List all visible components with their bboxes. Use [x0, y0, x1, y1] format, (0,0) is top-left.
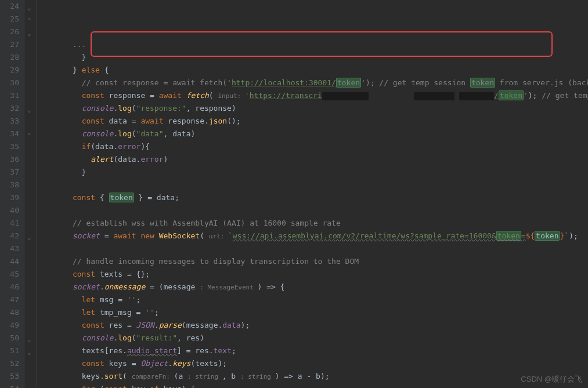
code-line[interactable]: let msg = '';: [45, 293, 588, 306]
line-number: 47: [0, 293, 19, 306]
fold-toggle-icon[interactable]: ⌄: [27, 2, 31, 14]
code-line[interactable]: // handle incoming messages to display t…: [45, 255, 588, 268]
search-highlight: token: [336, 78, 361, 88]
line-number: 54: [0, 383, 19, 388]
search-highlight: token: [535, 231, 560, 241]
code-line[interactable]: if(data.error){: [45, 140, 588, 153]
fold-toggle-icon[interactable]: ⌄: [27, 333, 31, 346]
code-line[interactable]: } else {: [45, 64, 588, 77]
code-line[interactable]: const response = await fetch( input: 'ht…: [45, 89, 588, 102]
code-line[interactable]: socket = await new WebSocket( url: `wss:…: [45, 230, 588, 242]
line-number: 46: [0, 281, 19, 293]
line-number: 34: [0, 128, 19, 140]
code-line[interactable]: // establish wss with AssemblyAI (AAI) a…: [45, 217, 588, 230]
code-line[interactable]: ...: [45, 38, 588, 51]
line-number: 44: [0, 255, 19, 268]
line-number: 33: [0, 115, 19, 128]
line-number: 31: [0, 89, 19, 102]
code-line[interactable]: const data = await response.json();: [45, 115, 588, 128]
line-number: 30: [0, 77, 19, 89]
line-number: 42: [0, 230, 19, 242]
fold-toggle-icon[interactable]: ⌃: [27, 129, 31, 142]
fold-toggle-icon[interactable]: ⌃: [27, 14, 31, 27]
line-number: 52: [0, 357, 19, 370]
code-line[interactable]: [45, 242, 588, 255]
search-highlight: token: [109, 193, 134, 202]
fold-toggle-icon[interactable]: ⌄: [27, 27, 31, 40]
code-line[interactable]: console.log("data", data): [45, 128, 588, 140]
line-number: 41: [0, 217, 19, 230]
code-line[interactable]: [45, 179, 588, 191]
line-number: 36: [0, 153, 19, 166]
fold-toggle-icon[interactable]: ⌄: [27, 346, 31, 359]
code-line[interactable]: console.log("result:", res): [45, 332, 588, 345]
code-area[interactable]: ... } } else { // const response = await…: [37, 0, 588, 388]
line-number: 53: [0, 370, 19, 383]
search-highlight: token: [496, 231, 521, 241]
search-highlight: token: [499, 90, 524, 100]
line-number: 29: [0, 64, 19, 77]
line-number: 35: [0, 140, 19, 153]
code-line[interactable]: alert(data.error): [45, 153, 588, 166]
code-line[interactable]: const texts = {};: [45, 268, 588, 281]
code-editor[interactable]: 2425262728293031323334353637383940414243…: [0, 0, 588, 388]
line-number: 51: [0, 345, 19, 357]
fold-toggle-icon[interactable]: ⌄: [27, 231, 31, 244]
line-number: 32: [0, 102, 19, 115]
line-number: 27: [0, 38, 19, 51]
line-number: 24: [0, 0, 19, 13]
code-line[interactable]: const res = JSON.parse(message.data);: [45, 319, 588, 332]
line-number: 37: [0, 166, 19, 179]
redacted-block: [459, 92, 494, 100]
fold-toggle-icon[interactable]: ⌄: [27, 104, 31, 117]
watermark: CSDN @暖仔会飞: [521, 373, 582, 386]
line-number: 45: [0, 268, 19, 281]
line-number: 43: [0, 242, 19, 255]
line-number: 50: [0, 332, 19, 345]
code-line[interactable]: socket.onmessage = (message : MessageEve…: [45, 281, 588, 293]
line-number: 26: [0, 26, 19, 38]
line-number: 49: [0, 319, 19, 332]
code-line[interactable]: let tmp_msg = '';: [45, 306, 588, 319]
code-line[interactable]: [45, 204, 588, 217]
fold-column[interactable]: ⌄⌃⌄⌄⌃⌄⌄⌄: [24, 0, 37, 388]
redacted-block: [414, 92, 454, 100]
line-number-gutter: 2425262728293031323334353637383940414243…: [0, 0, 24, 388]
line-number: 39: [0, 191, 19, 204]
line-number: 38: [0, 179, 19, 191]
redacted-block: [322, 92, 369, 100]
line-number: 28: [0, 51, 19, 64]
code-line[interactable]: }: [45, 166, 588, 179]
code-line[interactable]: console.log("response:", response): [45, 102, 588, 115]
line-number: 40: [0, 204, 19, 217]
code-line[interactable]: // const response = await fetch('http://…: [45, 77, 588, 89]
code-line[interactable]: for (const key of keys) {: [45, 383, 588, 388]
code-line[interactable]: const keys = Object.keys(texts);: [45, 357, 588, 370]
line-number: 25: [0, 13, 19, 26]
code-line[interactable]: }: [45, 51, 588, 64]
code-line[interactable]: texts[res.audio_start] = res.text;: [45, 345, 588, 357]
search-highlight: token: [470, 78, 495, 88]
code-line[interactable]: keys.sort( compareFn: (a : string , b : …: [45, 370, 588, 383]
line-number: 48: [0, 306, 19, 319]
code-line[interactable]: const { token } = data;: [45, 191, 588, 204]
